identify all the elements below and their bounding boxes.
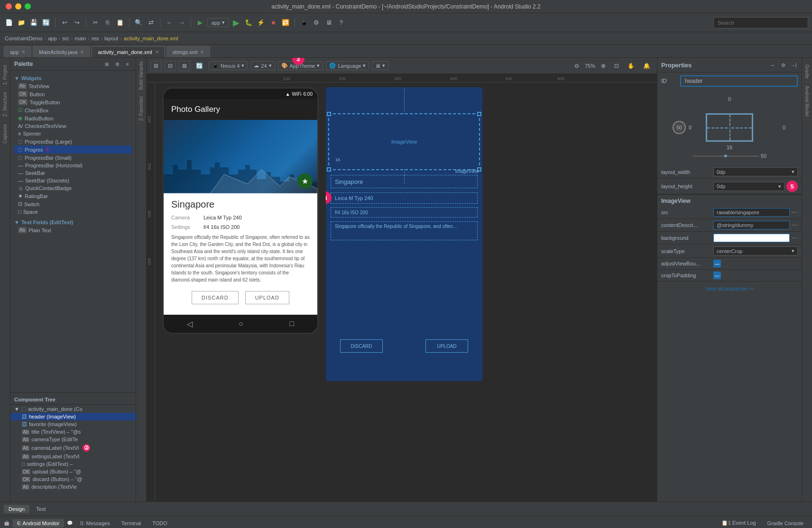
bc-file[interactable]: activity_main_done.xml xyxy=(124,36,178,41)
tree-item-discard[interactable]: OK discard (Button) – "@ xyxy=(10,475,136,483)
copy-button[interactable]: ⎘ xyxy=(102,18,113,28)
orientation-button[interactable]: 🔄 xyxy=(193,61,206,71)
help-button[interactable]: ? xyxy=(336,18,346,28)
bc-res[interactable]: res xyxy=(92,36,99,41)
language-dropdown[interactable]: 🌐 Language ▾ xyxy=(326,61,369,70)
bc-constraintdemo[interactable]: ConstraintDemo xyxy=(5,36,42,41)
cut-button[interactable]: ✂ xyxy=(90,18,101,28)
tree-item-upload[interactable]: OK upload (Button) – "@ xyxy=(10,468,136,475)
tree-item-description[interactable]: Ab description (TextVie xyxy=(10,483,136,491)
debug-button[interactable]: 🐛 xyxy=(243,18,254,28)
phone-upload-button[interactable]: UPLOAD xyxy=(245,291,289,304)
panel-android-monitor[interactable]: 6: Android Monitor xyxy=(12,519,64,528)
bp-camera-type[interactable]: Leica M Typ 240 xyxy=(331,192,478,204)
save-all-button[interactable]: 💾 xyxy=(28,18,39,28)
tab-strings[interactable]: strings.xml ✕ xyxy=(166,46,211,57)
make-button[interactable]: ▶ xyxy=(195,18,205,28)
content-desc-value-container[interactable]: @string/dummy xyxy=(713,221,790,229)
bc-main[interactable]: main xyxy=(75,36,86,41)
palette-sort-button[interactable]: ≡ xyxy=(123,60,132,68)
find-button[interactable]: 🔍 xyxy=(133,18,144,28)
global-search-input[interactable] xyxy=(713,17,808,28)
notifications-button[interactable]: 🔔 xyxy=(640,61,653,71)
profile-button[interactable]: ⚡ xyxy=(256,18,266,28)
new-file-button[interactable]: 📄 xyxy=(4,18,14,28)
tab-mainactivity[interactable]: MainActivity.java ✕ xyxy=(33,46,90,57)
tab-design[interactable]: Design xyxy=(4,505,29,513)
crop-padding-checkbox[interactable]: — xyxy=(713,272,721,279)
phone-favorite-button[interactable]: ★ xyxy=(297,173,313,189)
palette-item-seekbar-discrete[interactable]: — SeekBar (Discrete) xyxy=(14,177,132,184)
tree-item-settingslabel[interactable]: Ab settingsLabel (TextVi xyxy=(10,453,136,460)
tree-item-favorite[interactable]: 🖼 favorite (ImageView) xyxy=(10,420,136,428)
view-all-properties-link[interactable]: View all properties ↩ xyxy=(705,286,754,291)
constraint-slider[interactable]: 50 xyxy=(692,153,766,159)
close-tab-mainactivity[interactable]: ✕ xyxy=(80,49,84,55)
close-tab-activity-main[interactable]: ✕ xyxy=(155,49,159,55)
layout-width-dropdown[interactable]: 0dp ▾ xyxy=(713,167,798,176)
panel-gradle[interactable]: Gradle xyxy=(803,62,811,82)
panel-terminal[interactable]: Terminal xyxy=(117,519,146,528)
id-input[interactable]: header xyxy=(680,75,798,87)
adjust-view-checkbox[interactable]: — xyxy=(713,260,721,267)
tree-item-root[interactable]: ▼ ⬚ activity_main_done (Co xyxy=(10,405,136,413)
layout-view-toggle[interactable]: ⊠ xyxy=(179,61,190,71)
palette-item-ratingbar[interactable]: ★ RatingBar xyxy=(14,192,132,200)
palette-item-spinner[interactable]: ≡ Spinner xyxy=(14,130,132,137)
close-tab-app[interactable]: ✕ xyxy=(21,49,25,55)
bc-layout[interactable]: layout xyxy=(104,36,118,41)
run-button[interactable]: ▶ xyxy=(231,18,241,28)
stop-button[interactable]: ■ xyxy=(268,18,278,28)
zoom-in-button[interactable]: ⊕ xyxy=(598,61,609,71)
panel-messages[interactable]: 0: Messages xyxy=(75,519,114,528)
palette-item-checkedtextview[interactable]: A/ CheckedTextView xyxy=(14,122,132,130)
paste-button[interactable]: 📋 xyxy=(115,18,125,28)
panel-favorites[interactable]: 2: Favorites xyxy=(138,93,145,124)
palette-item-checkbox[interactable]: ☑ CheckBox xyxy=(14,106,132,114)
bc-app[interactable]: app xyxy=(48,36,56,41)
gradle-sync-button[interactable]: 🔁 xyxy=(280,18,291,28)
blueprint-view-toggle[interactable]: ⊟ xyxy=(165,61,176,71)
palette-item-progressbar[interactable]: ◌ Progres① xyxy=(14,146,132,154)
palette-item-radiobutton[interactable]: ◉ RadioButton xyxy=(14,114,132,122)
layout-height-dropdown[interactable]: 0dp ▾ xyxy=(713,182,784,191)
replace-button[interactable]: ⇄ xyxy=(146,18,156,28)
tree-item-cameratype[interactable]: Ab cameraType (EditTe xyxy=(10,436,136,443)
zoom-out-button[interactable]: ⊖ xyxy=(572,61,582,71)
panel-todo[interactable]: TODO xyxy=(148,519,172,528)
close-button[interactable] xyxy=(6,3,12,9)
src-value-container[interactable]: rawable/singapore xyxy=(713,208,790,217)
sync-button[interactable]: 🔄 xyxy=(41,18,51,28)
avd-manager-button[interactable]: 📱 xyxy=(299,18,309,28)
bp-header-element[interactable]: ImageView xyxy=(328,113,480,170)
bc-src[interactable]: src xyxy=(62,36,69,41)
palette-item-progressbar-small[interactable]: ◌ ProgressBar (Small) xyxy=(14,154,132,162)
bp-discard-btn[interactable]: DISCARD xyxy=(340,339,383,353)
bp-singapore-text[interactable]: Singapore xyxy=(331,175,478,188)
tree-item-header[interactable]: 🖼 header (ImageView) xyxy=(10,413,136,420)
palette-item-plain-text[interactable]: Ab Plain Text xyxy=(14,226,132,234)
bp-description[interactable]: Singapore officially the Republic of Sin… xyxy=(331,221,478,240)
palette-expand-button[interactable]: ⊞ xyxy=(102,60,111,68)
phone-discard-button[interactable]: DISCARD xyxy=(192,291,239,304)
event-log-button[interactable]: 📋1 Event Log xyxy=(717,519,761,528)
palette-item-progressbar-large[interactable]: ◌ ProgressBar (Large) xyxy=(14,137,132,146)
palette-item-button[interactable]: OK Button xyxy=(14,90,132,98)
device-dropdown[interactable]: 📱 Nexus 4 ▾ xyxy=(209,61,248,70)
redo-button[interactable]: ↪ xyxy=(72,18,82,28)
close-tab-strings[interactable]: ✕ xyxy=(200,49,204,55)
palette-item-progressbar-horizontal[interactable]: — ProgressBar (Horizontal) xyxy=(14,162,132,169)
device-monitor-button[interactable]: 🖥 xyxy=(323,18,334,28)
design-view-toggle[interactable]: ⊞ xyxy=(150,61,162,71)
tree-item-settings[interactable]: □ settings (EditText) – xyxy=(10,460,136,468)
undo-button[interactable]: ↩ xyxy=(59,18,70,28)
content-desc-more-button[interactable]: ··· xyxy=(792,221,798,229)
panel-build-variants[interactable]: Build Variants xyxy=(138,58,145,93)
bp-upload-btn[interactable]: UPLOAD xyxy=(425,339,468,353)
src-more-button[interactable]: ··· xyxy=(792,208,798,217)
fit-screen-button[interactable]: ⊡ xyxy=(611,61,622,71)
pan-button[interactable]: ✋ xyxy=(625,61,637,71)
open-button[interactable]: 📁 xyxy=(16,18,27,28)
screen-dropdown[interactable]: 🖥 ▾ xyxy=(372,61,388,70)
maximize-button[interactable] xyxy=(25,3,31,9)
